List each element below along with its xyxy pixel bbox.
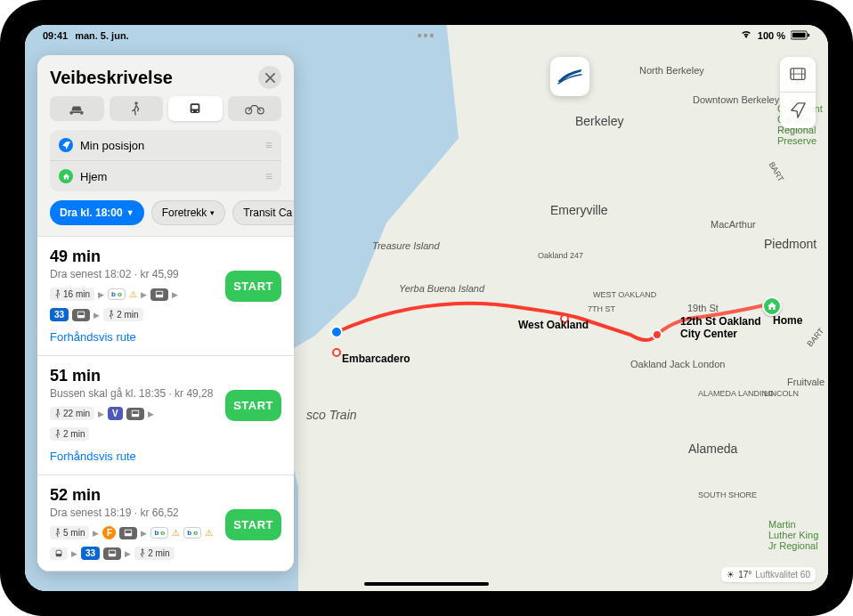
map-label: North Berkeley [639,65,704,76]
svg-point-11 [197,110,199,112]
routes-list[interactable]: 49 min Dra senest 18:02 · kr 45,99 16 mi… [37,236,294,571]
waypoint-from[interactable]: Min posisjon ≡ [50,130,281,161]
mode-walk[interactable] [110,96,164,121]
arrow-icon: ▶ [172,290,178,299]
weather-temp: 17° [738,570,751,580]
prefer-label: Foretrekk [162,207,207,219]
route-card[interactable]: 51 min Bussen skal gå kl. 18:35 · kr 49,… [37,356,294,475]
reorder-handle-icon[interactable]: ≡ [265,138,272,152]
arrow-icon: ▶ [98,290,104,299]
battery-percent: 100 % [758,30,785,41]
step-chip [150,288,168,301]
route-card[interactable]: 52 min Dra senest 18:19 · kr 66,52 5 min… [37,475,294,571]
step-chip [72,309,90,321]
battery-icon [791,30,810,42]
mode-bike[interactable] [228,96,282,121]
chevron-down-icon: ▾ [210,208,215,217]
close-button[interactable] [258,66,281,89]
step-chip: 22 min [50,407,94,420]
mode-transit[interactable] [168,96,223,121]
map-label: 12th St Oakland City Center [680,315,768,340]
arrow-icon: ▶ [148,409,154,418]
waypoint-to-label: Hjem [80,170,107,183]
arrow-icon: ▶ [141,529,147,538]
step-chip: 16 min [50,288,94,301]
air-quality: Luftkvalitet 60 [755,570,810,580]
map-label: Embarcadero [342,353,410,365]
map-label: West Oakland [518,319,589,331]
start-button[interactable]: START [225,271,281,302]
svg-rect-22 [132,410,138,413]
map-settings-button[interactable] [780,57,816,93]
arrow-icon: ▶ [71,549,77,558]
step-chip: bo [183,527,201,539]
map-label: MacArthur [711,219,756,230]
step-chip: 2 min [50,427,89,441]
map-label: Oakland Jack London [630,359,725,369]
svg-point-10 [192,110,194,112]
wifi-icon [740,30,752,41]
step-chip: 33 [81,547,100,560]
waypoint-from-label: Min posisjon [80,139,144,152]
sun-icon: ☀ [727,570,735,580]
prefer-button[interactable]: Foretrekk ▾ [151,200,226,225]
svg-point-20 [57,409,59,410]
directions-panel: Veibeskrivelse [37,55,294,571]
depart-label: Dra kl. 18:00 [60,207,123,219]
transit-card-button[interactable]: Transit Ca [232,200,294,225]
preview-route-link[interactable]: Forhåndsvis rute [50,330,136,344]
warning-icon: ⚠ [129,289,137,299]
step-chip: 33 [50,308,69,321]
status-date: man. 5. jun. [75,30,129,41]
route-card[interactable]: 49 min Dra senest 18:02 · kr 45,99 16 mi… [37,237,294,356]
map-label: Martin Luther King Jr Regional [768,519,822,551]
weather-widget[interactable]: ☀ 17° Luftkvalitet 60 [721,567,816,582]
reorder-handle-icon[interactable]: ≡ [265,169,272,183]
locate-me-button[interactable] [780,93,816,128]
arrow-icon: ▶ [141,290,147,299]
svg-rect-5 [792,32,806,37]
screen: North Berkeley Downtown Berkeley Berkele… [25,25,828,591]
map-label: 7TH ST [588,304,615,313]
map-label: Alameda [688,442,737,456]
status-bar: 09:41 man. 5. jun. ••• 100 % [25,25,828,46]
home-indicator[interactable] [364,582,489,586]
route-steps-line2: ▶33▶ 2 min [50,547,281,560]
map-label: LINCOLN [764,389,799,398]
multitasking-dots[interactable]: ••• [418,28,436,43]
location-icon [59,138,73,152]
start-button[interactable]: START [225,390,281,421]
preview-route-link[interactable]: Forhåndsvis rute [50,450,136,463]
step-chip: V [108,407,123,420]
step-chip: bo [108,288,126,300]
status-time: 09:41 [43,30,68,41]
step-chip [50,547,68,560]
svg-point-23 [57,429,59,431]
home-pin[interactable] [762,296,782,316]
map-label: SOUTH SHORE [698,490,757,499]
route-options: Dra kl. 18:00 ▼ Foretrekk ▾ Transit Ca [37,200,294,236]
svg-rect-26 [126,530,132,532]
waypoint-to[interactable]: Hjem ≡ [50,161,281,191]
arrow-icon: ▶ [125,549,131,558]
arrow-icon: ▶ [93,311,100,320]
warning-icon: ⚠ [205,528,213,538]
start-button[interactable]: START [225,509,281,540]
map-label: Home [773,314,802,327]
card-label: Transit Ca [243,207,292,219]
step-chip: F [102,526,116,539]
map-label: ALAMEDA LANDING [698,389,774,398]
mode-car[interactable] [50,96,104,121]
svg-point-19 [110,310,112,312]
step-chip [103,547,121,560]
map-label: Yerba Buena Island [399,283,484,294]
depart-time-button[interactable]: Dra kl. 18:00 ▼ [50,200,144,225]
amtrak-badge[interactable] [550,57,589,96]
route-duration: 51 min [50,367,281,385]
svg-point-31 [142,548,143,550]
svg-point-24 [57,528,59,530]
ipad-frame: North Berkeley Downtown Berkeley Berkele… [0,0,853,616]
home-icon [59,169,73,183]
step-chip [119,527,137,539]
arrow-icon: ▶ [98,409,104,418]
